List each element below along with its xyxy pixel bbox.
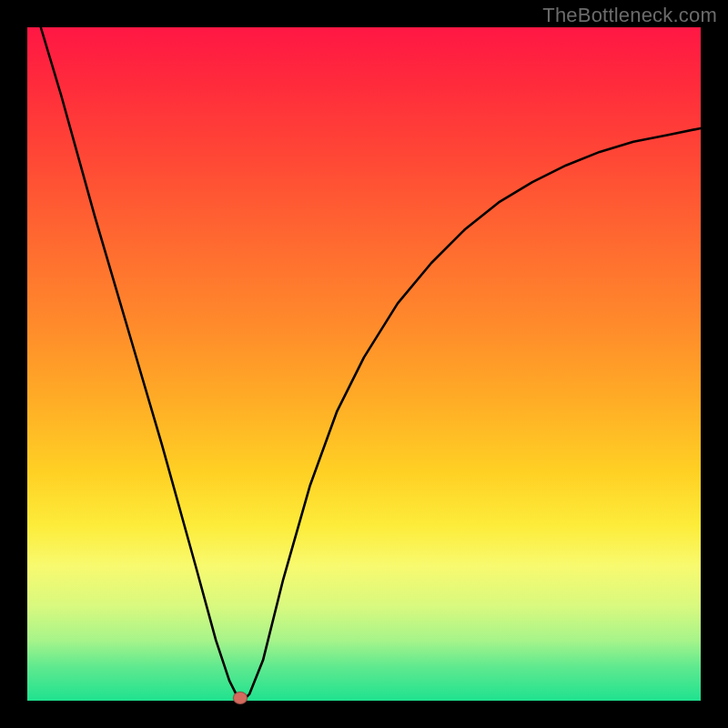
- plot-area: [27, 27, 701, 701]
- chart-frame: TheBottleneck.com: [0, 0, 728, 728]
- minimum-marker: [233, 692, 248, 704]
- bottleneck-curve: [27, 27, 701, 701]
- watermark-text: TheBottleneck.com: [542, 4, 717, 27]
- curve-path: [41, 27, 701, 697]
